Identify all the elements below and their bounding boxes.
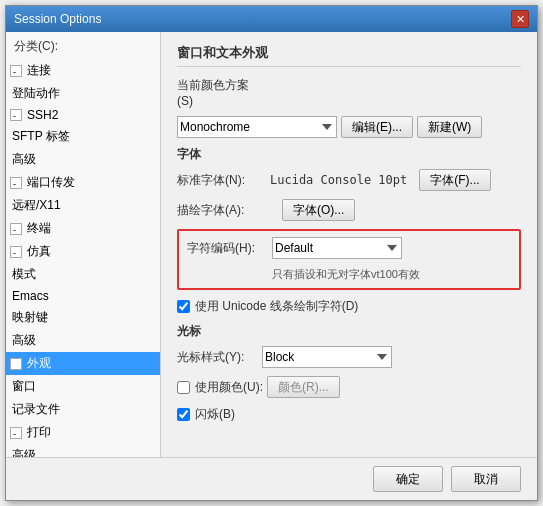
unicode-label: 使用 Unicode 线条绘制字符(D) bbox=[195, 298, 358, 315]
cursor-style-select[interactable]: Block Underline Vertical Bar bbox=[262, 346, 392, 368]
sidebar-item-mode[interactable]: 模式 bbox=[6, 263, 160, 286]
sidebar-item-window[interactable]: 窗口 bbox=[6, 375, 160, 398]
standard-font-value: Lucida Console 10pt bbox=[262, 173, 415, 187]
sidebar-portforward-label: 端口传发 bbox=[25, 173, 77, 192]
sidebar-mapping-label: 映射键 bbox=[10, 308, 50, 327]
sidebar-ssh2-label: SSH2 bbox=[25, 107, 60, 123]
bold-font-btn[interactable]: 字体(O)... bbox=[282, 199, 355, 221]
font-section: 字体 标准字体(N): Lucida Console 10pt 字体(F)...… bbox=[177, 146, 521, 221]
sidebar-item-ssh2[interactable]: - SSH2 bbox=[6, 105, 160, 125]
cursor-style-row: 光标样式(Y): Block Underline Vertical Bar bbox=[177, 346, 521, 368]
encoding-select[interactable]: Default UTF-8 GBK bbox=[272, 237, 402, 259]
category-label: 分类(C): bbox=[6, 36, 160, 59]
dialog-title: Session Options bbox=[14, 12, 101, 26]
sidebar-sftp-label: SFTP 标签 bbox=[10, 127, 72, 146]
cursor-style-label: 光标样式(Y): bbox=[177, 349, 262, 366]
expand-print-icon[interactable]: - bbox=[10, 427, 22, 439]
sidebar-login-label: 登陆动作 bbox=[10, 84, 62, 103]
sidebar-item-appearance[interactable]: - 外观 bbox=[6, 352, 160, 375]
title-bar: Session Options ✕ bbox=[6, 6, 537, 32]
sidebar-advanced2-label: 高级 bbox=[10, 331, 38, 350]
standard-font-label: 标准字体(N): bbox=[177, 172, 262, 189]
dialog-footer: 确定 取消 bbox=[6, 457, 537, 500]
color-scheme-row: 当前颜色方案(S) bbox=[177, 77, 521, 108]
sidebar-item-print[interactable]: - 打印 bbox=[6, 421, 160, 444]
cursor-color-label: 使用颜色(U): bbox=[195, 379, 263, 396]
cursor-section: 光标 光标样式(Y): Block Underline Vertical Bar… bbox=[177, 323, 521, 423]
cursor-color-row: 使用颜色(U): 颜色(R)... bbox=[177, 376, 521, 398]
font-section-title: 字体 bbox=[177, 146, 521, 163]
sidebar-connect-label: 连接 bbox=[25, 61, 53, 80]
expand-appearance-icon[interactable]: - bbox=[10, 358, 22, 370]
color-scheme-label: 当前颜色方案(S) bbox=[177, 77, 262, 108]
sidebar-remote-label: 远程/X11 bbox=[10, 196, 63, 215]
expand-ssh2-icon[interactable]: - bbox=[10, 109, 22, 121]
cursor-section-title: 光标 bbox=[177, 323, 521, 340]
encoding-box: 字符编码(H): Default UTF-8 GBK 只有插设和无对字体vt10… bbox=[177, 229, 521, 290]
edit-color-btn[interactable]: 编辑(E)... bbox=[341, 116, 413, 138]
sidebar-print-label: 打印 bbox=[25, 423, 53, 442]
sidebar-item-emulation[interactable]: - 仿真 bbox=[6, 240, 160, 263]
confirm-button[interactable]: 确定 bbox=[373, 466, 443, 492]
sidebar-item-connect[interactable]: - 连接 bbox=[6, 59, 160, 82]
sidebar-mode-label: 模式 bbox=[10, 265, 38, 284]
cursor-color-checkbox[interactable] bbox=[177, 381, 190, 394]
standard-font-btn[interactable]: 字体(F)... bbox=[419, 169, 490, 191]
sidebar: 分类(C): - 连接 登陆动作 - SSH2 bbox=[6, 32, 161, 457]
sidebar-advanced3-label: 高级 bbox=[10, 446, 38, 457]
dialog-body: 分类(C): - 连接 登陆动作 - SSH2 bbox=[6, 32, 537, 457]
sidebar-window-label: 窗口 bbox=[10, 377, 38, 396]
color-scheme-controls: Monochrome 编辑(E)... 新建(W) bbox=[177, 116, 521, 138]
sidebar-terminal-label: 终端 bbox=[25, 219, 53, 238]
sidebar-item-portforward[interactable]: - 端口传发 bbox=[6, 171, 160, 194]
unicode-checkbox[interactable] bbox=[177, 300, 190, 313]
sidebar-item-mapping[interactable]: 映射键 bbox=[6, 306, 160, 329]
sidebar-item-remote-x11[interactable]: 远程/X11 bbox=[6, 194, 160, 217]
sidebar-item-advanced2[interactable]: 高级 bbox=[6, 329, 160, 352]
color-scheme-select[interactable]: Monochrome bbox=[177, 116, 337, 138]
close-button[interactable]: ✕ bbox=[511, 10, 529, 28]
encoding-row: 字符编码(H): Default UTF-8 GBK bbox=[187, 237, 511, 259]
sidebar-item-emacs[interactable]: Emacs bbox=[6, 286, 160, 306]
sidebar-item-logfile[interactable]: 记录文件 bbox=[6, 398, 160, 421]
sidebar-emulation-label: 仿真 bbox=[25, 242, 53, 261]
cursor-blink-checkbox[interactable] bbox=[177, 408, 190, 421]
sidebar-item-login-action[interactable]: 登陆动作 bbox=[6, 82, 160, 105]
unicode-row: 使用 Unicode 线条绘制字符(D) bbox=[177, 298, 521, 315]
cursor-blink-label: 闪烁(B) bbox=[195, 406, 235, 423]
expand-connect-icon[interactable]: - bbox=[10, 65, 22, 77]
new-color-btn[interactable]: 新建(W) bbox=[417, 116, 482, 138]
cursor-blink-row: 闪烁(B) bbox=[177, 406, 521, 423]
sidebar-appearance-label: 外观 bbox=[25, 354, 53, 373]
encoding-note: 只有插设和无对字体vt100有效 bbox=[187, 267, 511, 282]
cursor-color-btn[interactable]: 颜色(R)... bbox=[267, 376, 340, 398]
expand-terminal-icon[interactable]: - bbox=[10, 223, 22, 235]
standard-font-row: 标准字体(N): Lucida Console 10pt 字体(F)... bbox=[177, 169, 521, 191]
expand-portforward-icon[interactable]: - bbox=[10, 177, 22, 189]
main-panel: 窗口和文本外观 当前颜色方案(S) Monochrome 编辑(E)... 新建… bbox=[161, 32, 537, 457]
bold-font-label: 描绘字体(A): bbox=[177, 202, 262, 219]
sidebar-emacs-label: Emacs bbox=[10, 288, 51, 304]
sidebar-item-advanced1[interactable]: 高级 bbox=[6, 148, 160, 171]
encoding-label: 字符编码(H): bbox=[187, 240, 272, 257]
expand-emulation-icon[interactable]: - bbox=[10, 246, 22, 258]
sidebar-item-advanced3[interactable]: 高级 bbox=[6, 444, 160, 457]
section-title: 窗口和文本外观 bbox=[177, 44, 521, 67]
bold-font-row: 描绘字体(A): 字体(O)... bbox=[177, 199, 521, 221]
sidebar-advanced1-label: 高级 bbox=[10, 150, 38, 169]
sidebar-logfile-label: 记录文件 bbox=[10, 400, 62, 419]
cancel-button[interactable]: 取消 bbox=[451, 466, 521, 492]
sidebar-item-sftp[interactable]: SFTP 标签 bbox=[6, 125, 160, 148]
session-options-dialog: Session Options ✕ 分类(C): - 连接 登陆动作 - bbox=[5, 5, 538, 501]
sidebar-item-terminal[interactable]: - 终端 bbox=[6, 217, 160, 240]
